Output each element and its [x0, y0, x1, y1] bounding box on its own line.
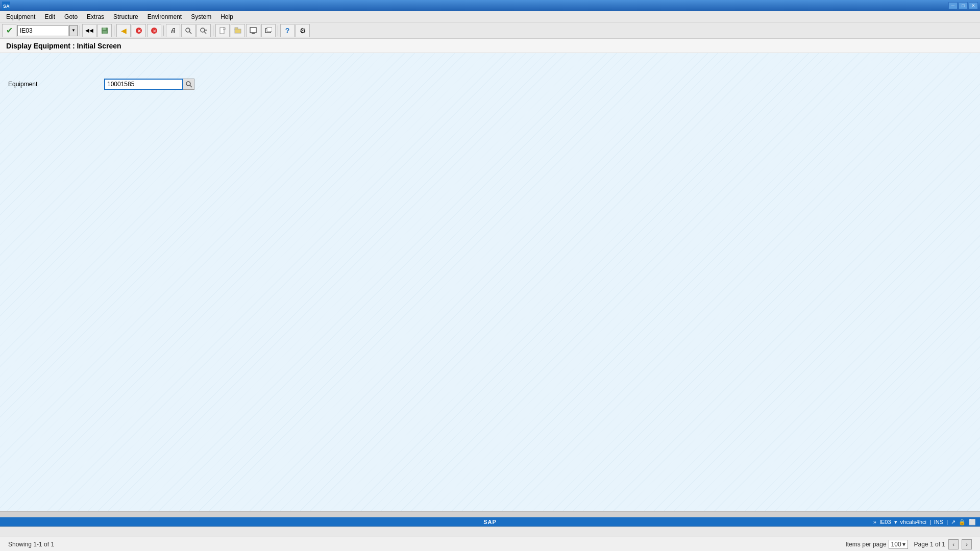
main-content: Equipment: [0, 53, 980, 511]
svg-rect-20: [267, 28, 272, 32]
pagination-right: Items per page 100 ▾ Page 1 of 1 ‹ ›: [846, 539, 972, 549]
svg-rect-17: [250, 28, 256, 33]
items-per-page-dropdown-icon[interactable]: ▾: [902, 541, 905, 548]
equipment-search-button[interactable]: [183, 79, 194, 90]
close-button[interactable]: ✕: [969, 2, 978, 9]
menu-extras[interactable]: Extras: [83, 12, 108, 22]
server-name: vhcals4hci: [900, 519, 926, 525]
sap-bar-right: » IE03 ▾ vhcals4hci | INS | ↗ 🔒 ⬜: [873, 519, 976, 525]
nav-back-button[interactable]: ◀◀: [82, 24, 96, 37]
expand-icon[interactable]: »: [873, 519, 876, 525]
menu-edit[interactable]: Edit: [40, 12, 59, 22]
back-button[interactable]: ◀: [116, 24, 131, 37]
maximize-button[interactable]: □: [959, 2, 968, 9]
pagination-bar: Showing 1-1 of 1 Items per page 100 ▾ Pa…: [0, 537, 980, 551]
menu-bar: Equipment Edit Goto Extras Structure Env…: [0, 11, 980, 22]
status-bar: [0, 527, 980, 537]
nav-icon-1[interactable]: ↗: [951, 519, 955, 525]
svg-text:✕: ✕: [153, 29, 157, 34]
page-title: Display Equipment : Initial Screen: [6, 42, 121, 50]
print-button[interactable]: 🖨: [166, 24, 180, 37]
svg-rect-16: [235, 29, 241, 33]
svg-point-21: [186, 82, 190, 86]
screen1-button[interactable]: [246, 24, 260, 37]
svg-rect-4: [103, 31, 107, 34]
svg-line-22: [190, 85, 192, 87]
svg-rect-18: [252, 33, 255, 34]
equipment-input-wrapper: [104, 79, 194, 90]
transaction-box: ▼: [17, 25, 78, 36]
items-per-page-select[interactable]: 100 ▾: [889, 540, 908, 549]
equipment-form-row: Equipment: [8, 79, 972, 90]
menu-equipment[interactable]: Equipment: [2, 12, 39, 22]
menu-structure[interactable]: Structure: [109, 12, 142, 22]
items-per-page-wrapper: Items per page 100 ▾: [846, 540, 908, 549]
menu-system[interactable]: System: [187, 12, 215, 22]
horizontal-scrollbar[interactable]: [0, 511, 980, 517]
find-button[interactable]: [181, 24, 195, 37]
minimize-button[interactable]: ─: [948, 2, 958, 9]
equipment-label: Equipment: [8, 81, 100, 88]
separator-bar-1: |: [929, 519, 931, 525]
svg-point-9: [186, 28, 190, 32]
items-per-page-label: Items per page: [846, 541, 887, 548]
new-button[interactable]: [215, 24, 230, 37]
settings-button[interactable]: ⚙: [296, 24, 310, 37]
sap-logo: SAP: [483, 519, 497, 525]
separator-4: [213, 26, 213, 36]
nav-icon-3[interactable]: ⬜: [969, 519, 976, 525]
svg-line-12: [204, 32, 206, 34]
open-button[interactable]: [231, 24, 245, 37]
save-button[interactable]: [97, 24, 112, 37]
title-bar-left: SAP: [2, 2, 10, 10]
title-bar-controls[interactable]: ─ □ ✕: [948, 2, 978, 9]
separator-1: [80, 26, 80, 36]
items-per-page-value: 100: [891, 541, 901, 548]
transaction-dropdown[interactable]: ▼: [69, 25, 78, 36]
prev-page-button[interactable]: ‹: [948, 539, 959, 549]
transaction-code-display: IE03: [879, 519, 891, 525]
transaction-input[interactable]: [17, 25, 68, 36]
insert-mode: INS: [934, 519, 943, 525]
menu-help[interactable]: Help: [216, 12, 237, 22]
menu-goto[interactable]: Goto: [60, 12, 82, 22]
separator-2: [114, 26, 114, 36]
page-info: Page 1 of 1: [914, 541, 945, 548]
sap-icon: SAP: [2, 2, 10, 10]
cancel-button[interactable]: ✕: [147, 24, 161, 37]
separator-5: [278, 26, 278, 36]
find-next-button[interactable]: [197, 24, 211, 37]
svg-line-10: [189, 32, 191, 34]
showing-label: Showing 1-1 of 1: [8, 541, 54, 548]
svg-rect-3: [103, 28, 106, 30]
confirm-button[interactable]: ✔: [2, 24, 16, 37]
page-title-bar: Display Equipment : Initial Screen: [0, 39, 980, 53]
separator-bar-2: |: [946, 519, 948, 525]
page-nav: Page 1 of 1 ‹ ›: [914, 539, 972, 549]
dropdown-icon[interactable]: ▾: [894, 519, 897, 525]
menu-environment[interactable]: Environment: [143, 12, 186, 22]
toolbar: ✔ ▼ ◀◀ ◀ ✕ ✕ 🖨: [0, 22, 980, 39]
screen2-button[interactable]: [261, 24, 276, 37]
title-bar: SAP ─ □ ✕: [0, 0, 980, 11]
exit-button[interactable]: ✕: [132, 24, 146, 37]
separator-3: [163, 26, 164, 36]
svg-text:✕: ✕: [137, 29, 141, 34]
help-button[interactable]: ?: [280, 24, 295, 37]
svg-text:SAP: SAP: [3, 4, 10, 9]
sap-logo-bar: SAP » IE03 ▾ vhcals4hci | INS | ↗ 🔒 ⬜: [0, 517, 980, 527]
svg-point-11: [201, 28, 205, 32]
nav-icon-2[interactable]: 🔒: [959, 519, 966, 525]
next-page-button[interactable]: ›: [962, 539, 972, 549]
equipment-input[interactable]: [104, 79, 183, 90]
